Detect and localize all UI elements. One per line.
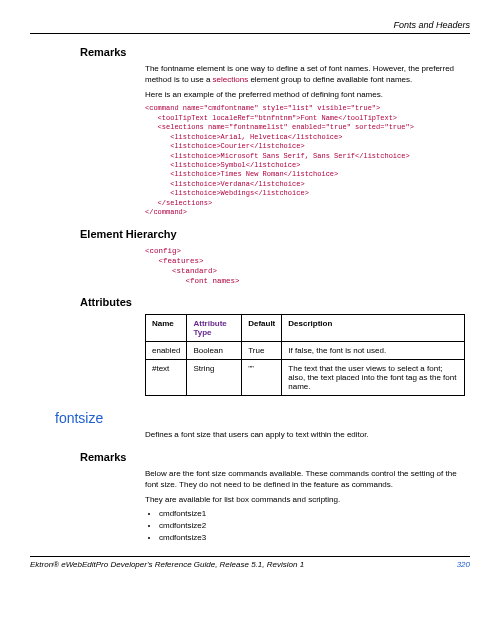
remarks-heading: Remarks [80, 46, 470, 58]
remarks-para-2: Here is an example of the preferred meth… [145, 90, 470, 101]
cell-default: "" [242, 360, 282, 396]
running-header: Fonts and Headers [30, 20, 470, 34]
th-name: Name [146, 315, 187, 342]
fontsize-intro: Defines a font size that users can apply… [145, 430, 470, 441]
list-item: cmdfontsize2 [159, 521, 470, 530]
th-description: Description [282, 315, 465, 342]
cell-default: True [242, 342, 282, 360]
cell-name: #text [146, 360, 187, 396]
cell-type: String [187, 360, 242, 396]
attributes-table: Name Attribute Type Default Description … [145, 314, 465, 396]
page-footer: Ektron® eWebEditPro Developer's Referenc… [30, 556, 470, 569]
list-item: cmdfontsize3 [159, 533, 470, 542]
attribute-type-link[interactable]: Attribute Type [193, 319, 226, 337]
table-row: #text String "" The text that the user v… [146, 360, 465, 396]
th-attribute-type: Attribute Type [187, 315, 242, 342]
fontsize-para-1: Below are the font size commands availab… [145, 469, 470, 491]
page: Fonts and Headers Remarks The fontname e… [0, 0, 500, 630]
cell-desc: The text that the user views to select a… [282, 360, 465, 396]
fontsize-para-2: They are available for list box commands… [145, 495, 470, 506]
text-span: element group to define available font n… [248, 75, 412, 84]
th-default: Default [242, 315, 282, 342]
footer-text: Ektron® eWebEditPro Developer's Referenc… [30, 560, 304, 569]
fontsize-bullets: cmdfontsize1 cmdfontsize2 cmdfontsize3 [145, 509, 470, 542]
code-example: <command name="cmdfontname" style="list"… [145, 104, 470, 217]
hierarchy-code: <config> <features> <standard> <font nam… [145, 246, 470, 287]
element-hierarchy-heading: Element Hierarchy [80, 228, 470, 240]
cell-name: enabled [146, 342, 187, 360]
list-item: cmdfontsize1 [159, 509, 470, 518]
table-row: enabled Boolean True If false, the font … [146, 342, 465, 360]
page-number: 320 [457, 560, 470, 569]
attributes-heading: Attributes [80, 296, 470, 308]
remarks-para-1: The fontname element is one way to defin… [145, 64, 470, 86]
fontsize-remarks-heading: Remarks [80, 451, 470, 463]
selections-link[interactable]: selections [213, 75, 249, 84]
cell-type: Boolean [187, 342, 242, 360]
fontsize-heading: fontsize [55, 410, 470, 426]
table-header-row: Name Attribute Type Default Description [146, 315, 465, 342]
cell-desc: If false, the font is not used. [282, 342, 465, 360]
